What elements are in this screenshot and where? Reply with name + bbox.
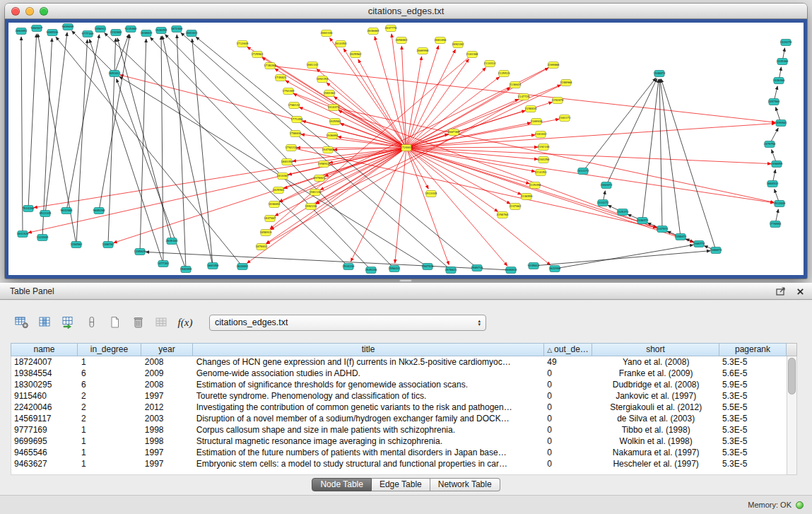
graph-node[interactable]: 2634091 xyxy=(237,264,249,270)
float-panel-icon[interactable] xyxy=(774,285,788,298)
graph-node[interactable]: 1792210 xyxy=(286,145,298,151)
graph-node[interactable]: 9699695 xyxy=(62,24,74,30)
graph-node[interactable]: 2667369 xyxy=(448,129,460,136)
table-row[interactable]: 946554611997Estimation of the future num… xyxy=(11,447,787,458)
graph-node[interactable]: 2058883 xyxy=(396,37,408,44)
graph-node[interactable]: 2622998 xyxy=(549,266,561,272)
graph-node[interactable]: 9463627 xyxy=(31,25,43,32)
graph-node[interactable]: 1300762 xyxy=(102,242,114,248)
graph-node[interactable]: 1803350 xyxy=(281,159,293,165)
graph-node[interactable]: 2479758 xyxy=(764,141,776,148)
graph-node[interactable]: 2014454 xyxy=(335,41,347,47)
graph-node[interactable]: 2036669 xyxy=(367,28,379,35)
graph-node[interactable]: 2092202 xyxy=(452,42,464,48)
close-panel-icon[interactable] xyxy=(793,285,807,298)
graph-node[interactable]: 1456911 xyxy=(95,26,107,33)
graph-node[interactable]: 1847807 xyxy=(264,216,276,222)
graph-node[interactable]: 2413172 xyxy=(577,168,589,175)
graph-node[interactable]: 2269866 xyxy=(548,62,560,69)
graph-node[interactable]: 1712045 xyxy=(237,41,249,47)
graph-node[interactable]: 1925584 xyxy=(329,119,341,125)
network-graph-svg[interactable]: 2063051946362794655469699695977716914569… xyxy=(8,23,804,275)
graph-node[interactable]: 2169938 xyxy=(531,119,543,125)
table-row[interactable]: 977716911998Corpus callosum shape and si… xyxy=(11,424,787,436)
table-row[interactable]: 1456911722003Disruption of a novel membe… xyxy=(11,413,787,424)
graph-node[interactable]: 2534240 xyxy=(343,264,355,270)
graph-node[interactable]: 2258764 xyxy=(497,212,509,218)
graph-node[interactable]: 1513445 xyxy=(425,191,437,197)
graph-node[interactable]: 2292070 xyxy=(552,98,564,104)
graph-node[interactable]: 2457564 xyxy=(768,99,780,105)
graph-node[interactable]: 2081033 xyxy=(186,30,198,37)
graph-node[interactable]: 1872400 xyxy=(171,26,183,33)
graph-node[interactable]: 2512048 xyxy=(774,201,786,207)
graph-node[interactable]: 1830029 xyxy=(141,30,153,37)
network-canvas[interactable]: 2063051946362794655469699695977716914569… xyxy=(8,23,804,275)
graph-node[interactable]: 9115460 xyxy=(125,26,137,33)
table-row[interactable]: 1938455462009Genome-wide association stu… xyxy=(11,368,787,379)
graph-node[interactable]: 1825581 xyxy=(273,187,285,194)
graph-node[interactable]: 1749821 xyxy=(275,75,287,81)
column-header-in-degree[interactable]: in_degree xyxy=(78,343,141,356)
graph-node[interactable]: 1204562 xyxy=(71,242,83,248)
panel-splitter-handle[interactable] xyxy=(399,279,412,282)
graph-node[interactable]: 2225456 xyxy=(529,182,541,189)
graph-node[interactable]: 1870031 xyxy=(256,244,268,250)
graph-node[interactable]: 2280968 xyxy=(560,80,572,86)
graph-node[interactable]: 1738204 xyxy=(264,63,276,69)
graph-node[interactable]: 2069990 xyxy=(417,48,429,54)
graph-node[interactable]: 1724033 xyxy=(401,145,413,151)
graph-node[interactable]: 1041520 xyxy=(17,231,29,238)
graph-node[interactable]: 1981130 xyxy=(310,189,322,196)
table-row[interactable]: 911546021997Tourette syndrome. Phenomeno… xyxy=(11,390,787,402)
graph-node[interactable]: 2047776 xyxy=(385,25,397,32)
graph-node[interactable]: 2003346 xyxy=(321,30,333,37)
graph-node[interactable]: 9605298 xyxy=(93,208,105,214)
graph-node[interactable]: 2567526 xyxy=(422,264,434,270)
graph-node[interactable]: 1836694 xyxy=(269,201,281,208)
column-header-short[interactable]: short xyxy=(592,343,719,356)
graph-node[interactable]: 8512345 xyxy=(40,211,52,217)
column-header-title[interactable]: title xyxy=(193,343,544,356)
network-table-selector[interactable]: citations_edges.txt ▴ ▾ xyxy=(209,315,486,331)
function-builder-icon[interactable]: f(x) xyxy=(176,313,194,332)
graph-node[interactable]: 9245012 xyxy=(528,263,540,269)
table-settings-icon[interactable] xyxy=(13,313,31,332)
graph-node[interactable]: 2242004 xyxy=(110,30,122,36)
import-table-icon[interactable] xyxy=(59,313,78,332)
graph-node[interactable]: 2325373 xyxy=(617,209,629,216)
graph-node[interactable]: 1760134 xyxy=(288,103,300,109)
graph-node[interactable]: 2336474 xyxy=(637,218,649,224)
graph-node[interactable]: 2556431 xyxy=(389,266,401,272)
graph-node[interactable]: 2303171 xyxy=(559,115,571,122)
graph-node[interactable]: 2314272 xyxy=(597,200,609,206)
column-header-year[interactable]: year xyxy=(141,343,193,356)
graph-node[interactable]: 2651013 xyxy=(109,71,121,77)
column-header-out-degree[interactable]: △out_de… xyxy=(544,343,592,356)
graph-node[interactable]: 2147729 xyxy=(518,94,530,100)
table-mode-icon[interactable] xyxy=(83,313,101,332)
graph-node[interactable]: 2600810 xyxy=(505,267,517,274)
graph-node[interactable]: 2589716 xyxy=(471,265,483,271)
graph-node[interactable]: 1752209 xyxy=(283,88,295,95)
graph-node[interactable]: 2645184 xyxy=(166,238,178,245)
graph-node[interactable]: 2347574 xyxy=(657,226,669,233)
graph-node[interactable]: 2136624 xyxy=(510,82,522,88)
graph-node[interactable]: 2446466 xyxy=(773,78,785,84)
graph-node[interactable]: 1395620 xyxy=(134,249,146,255)
graph-node[interactable]: 2424270 xyxy=(780,40,792,46)
graph-node[interactable]: 1559581 xyxy=(775,120,787,127)
select-columns-icon[interactable] xyxy=(36,313,54,332)
graph-node[interactable]: 1938455 xyxy=(155,28,167,34)
graph-node[interactable]: 2402073 xyxy=(601,182,613,189)
graph-node[interactable]: 2063051 xyxy=(16,28,28,35)
merge-table-icon[interactable] xyxy=(153,313,171,332)
tab-network-table[interactable]: Network Table xyxy=(430,478,500,491)
new-table-icon[interactable] xyxy=(106,313,124,332)
table-row[interactable]: 1872400712008Changes of HCN gene express… xyxy=(11,356,787,368)
graph-node[interactable]: 1958912 xyxy=(318,161,330,168)
graph-node[interactable]: 1123945 xyxy=(37,235,49,241)
graph-node[interactable]: 2025562 xyxy=(350,52,362,58)
graph-node[interactable]: 1780036 xyxy=(290,131,302,137)
column-header-name[interactable]: name xyxy=(11,343,78,356)
